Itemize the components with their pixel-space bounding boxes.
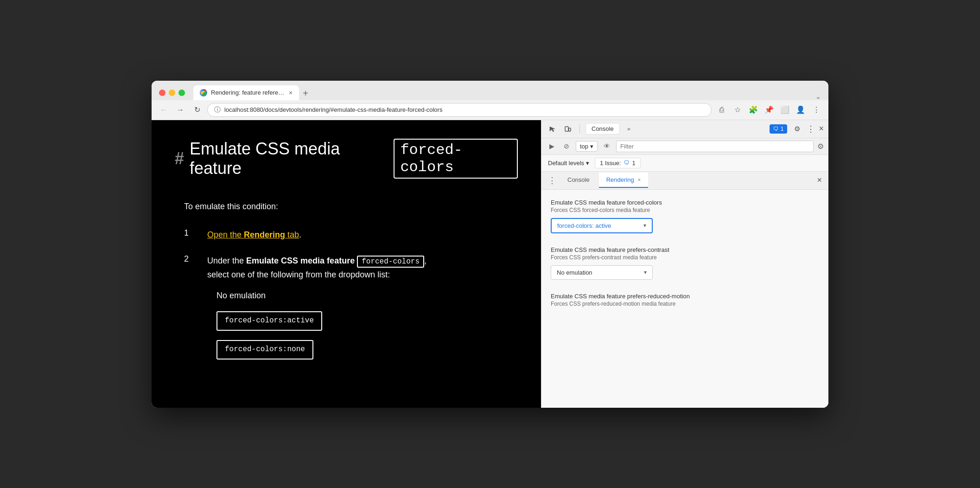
- share-button[interactable]: ⎙: [715, 103, 728, 116]
- default-levels-label: Default levels: [548, 160, 584, 167]
- step-1: 1 Open the Rendering tab.: [184, 228, 518, 242]
- rendering-tab-link[interactable]: Open the Rendering tab: [207, 230, 299, 239]
- tab-close-button[interactable]: ×: [289, 89, 293, 96]
- more-options-button[interactable]: ⋮: [810, 103, 823, 116]
- cursor-icon: [548, 125, 556, 133]
- forced-colors-section: Emulate CSS media feature forced-colors …: [551, 199, 819, 233]
- run-script-button[interactable]: ▶: [546, 141, 557, 152]
- forced-colors-arrow-icon: ▾: [643, 222, 646, 229]
- intro-text: To emulate this condition:: [184, 202, 518, 212]
- issue-badge[interactable]: 1 Issue: 🗨 1: [595, 158, 641, 168]
- eye-button[interactable]: 👁: [601, 141, 612, 152]
- device-icon: [564, 125, 572, 133]
- minimize-window-button[interactable]: [169, 90, 175, 96]
- rendering-content: Emulate CSS media feature forced-colors …: [541, 190, 828, 408]
- issue-text: 1 Issue:: [600, 160, 621, 167]
- console-panel-tab[interactable]: Console: [560, 173, 597, 188]
- code-forced-none: forced-colors:none: [216, 340, 313, 360]
- option-no-emulation: No emulation: [216, 289, 426, 302]
- dropdown-options-list: No emulation forced-colors:active forced…: [207, 289, 426, 360]
- chrome-favicon-icon: [200, 89, 207, 96]
- extensions-button[interactable]: 🧩: [747, 103, 760, 116]
- forced-colors-title: Emulate CSS media feature forced-colors: [551, 199, 819, 206]
- step-2-prefix: Under the Emulate CSS media feature forc…: [207, 256, 426, 265]
- nav-bar: ← → ↻ ⓘ localhost:8080/docs/devtools/ren…: [152, 100, 828, 120]
- prefers-contrast-desc: Forces CSS prefers-contrast media featur…: [551, 254, 819, 261]
- maximize-window-button[interactable]: [178, 90, 185, 96]
- forward-button[interactable]: →: [174, 103, 187, 116]
- console-tab-button[interactable]: Console: [585, 123, 620, 135]
- heading-hash: #: [175, 149, 184, 168]
- device-emulation-button[interactable]: [562, 123, 574, 135]
- forced-colors-desc: Forces CSS forced-colors media feature: [551, 207, 819, 213]
- page-body: To emulate this condition: 1 Open the Re…: [175, 202, 518, 369]
- more-tabs-button[interactable]: »: [624, 123, 634, 134]
- step-1-content: Open the Rendering tab.: [207, 228, 301, 242]
- prefers-contrast-dropdown[interactable]: No emulation ▾: [551, 265, 653, 280]
- close-panel-button[interactable]: ×: [815, 173, 824, 187]
- bookmark-button[interactable]: ☆: [731, 103, 744, 116]
- title-bar: Rendering: feature reference - × + ⌄: [152, 81, 828, 100]
- issue-count: 1: [632, 160, 636, 167]
- heading-title: Emulate CSS media feature: [190, 139, 388, 178]
- notification-badge: 🗨 1: [770, 124, 788, 134]
- badge-count: 1: [781, 126, 784, 132]
- code-forced-active: forced-colors:active: [216, 311, 322, 331]
- context-dropdown[interactable]: top ▾: [576, 141, 598, 152]
- tab-expand-button[interactable]: ⌄: [815, 93, 821, 100]
- step-1-number: 1: [184, 228, 193, 238]
- step-2: 2 Under the Emulate CSS media feature fo…: [184, 254, 518, 368]
- close-window-button[interactable]: [159, 90, 165, 96]
- rendering-panel-tab[interactable]: Rendering ×: [599, 173, 649, 188]
- info-icon: ⓘ: [214, 106, 221, 114]
- dropdown-arrow-icon: ▾: [590, 143, 593, 150]
- refresh-button[interactable]: ↻: [191, 103, 204, 116]
- prefers-reduced-motion-section: Emulate CSS media feature prefers-reduce…: [551, 293, 819, 307]
- prefers-contrast-arrow-icon: ▾: [644, 269, 647, 276]
- devtools-panel: Console » 🗨 1 ⚙ ⋮ × ▶ ⊘ top ▾ 👁: [541, 120, 828, 408]
- svg-rect-3: [569, 128, 571, 131]
- more-options-devtools-button[interactable]: ⋮: [807, 124, 815, 134]
- inspect-element-button[interactable]: [546, 123, 558, 135]
- prefers-reduced-motion-desc: Forces CSS prefers-reduced-motion media …: [551, 301, 819, 307]
- step-2-dropdown-label: select one of the following from the dro…: [207, 270, 390, 279]
- address-bar[interactable]: ⓘ localhost:8080/docs/devtools/rendering…: [207, 103, 712, 117]
- page-heading: # Emulate CSS media feature forced-color…: [175, 139, 518, 179]
- console-toolbar: ▶ ⊘ top ▾ 👁 ⚙: [541, 138, 828, 155]
- close-devtools-button[interactable]: ×: [819, 124, 824, 134]
- browser-window: Rendering: feature reference - × + ⌄ ← →…: [152, 81, 828, 408]
- profile-button[interactable]: 👤: [794, 103, 807, 116]
- rendering-tab-label: Rendering: [606, 176, 634, 183]
- back-button[interactable]: ←: [157, 103, 170, 116]
- settings-button[interactable]: ⚙: [791, 123, 803, 135]
- console-settings-button[interactable]: ⚙: [817, 142, 824, 151]
- forced-colors-value: forced-colors: active: [557, 222, 611, 229]
- address-text: localhost:8080/docs/devtools/rendering/#…: [224, 106, 705, 113]
- nav-actions: ⎙ ☆ 🧩 📌 ⬜ 👤 ⋮: [715, 103, 823, 116]
- issues-bar: Default levels ▾ 1 Issue: 🗨 1: [541, 155, 828, 172]
- levels-dropdown-arrow-icon: ▾: [586, 160, 589, 167]
- badge-icon: 🗨: [773, 126, 779, 132]
- forced-colors-dropdown[interactable]: forced-colors: active ▾: [551, 218, 653, 233]
- step-2-content: Under the Emulate CSS media feature forc…: [207, 254, 426, 368]
- tab-title: Rendering: feature reference -: [211, 89, 285, 96]
- heading-code: forced-colors: [394, 139, 518, 179]
- filter-input[interactable]: [616, 141, 814, 152]
- svg-rect-2: [565, 127, 568, 131]
- active-tab[interactable]: Rendering: feature reference - ×: [193, 85, 299, 100]
- panel-tabs: ⋮ Console Rendering × ×: [541, 172, 828, 190]
- sidebar-toggle-button[interactable]: ⬜: [778, 103, 791, 116]
- traffic-lights: [159, 90, 185, 96]
- prefers-contrast-section: Emulate CSS media feature prefers-contra…: [551, 246, 819, 280]
- stop-button[interactable]: ⊘: [561, 141, 572, 152]
- prefers-contrast-title: Emulate CSS media feature prefers-contra…: [551, 246, 819, 253]
- tab-dots-menu[interactable]: ⋮: [546, 172, 558, 189]
- rendering-tab-close-button[interactable]: ×: [637, 177, 641, 183]
- new-tab-button[interactable]: +: [299, 87, 312, 100]
- default-levels-dropdown[interactable]: Default levels ▾: [548, 160, 589, 167]
- issue-badge-icon: 🗨: [624, 160, 630, 166]
- step-2-number: 2: [184, 254, 193, 264]
- highlight-extension-button[interactable]: 📌: [763, 103, 776, 116]
- option-active: forced-colors:active: [216, 311, 426, 331]
- step-2-code: forced-colors: [357, 256, 424, 268]
